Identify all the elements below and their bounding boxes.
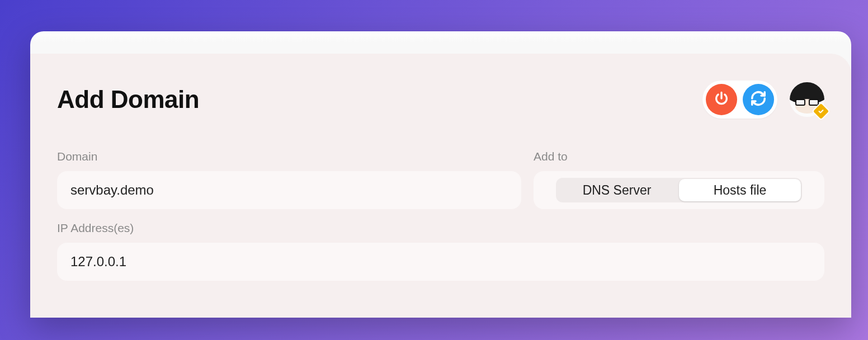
refresh-button[interactable] [743,84,774,115]
domain-input[interactable] [57,171,521,209]
power-icon [714,91,729,108]
add-to-field-group: Add to DNS Server Hosts file [534,150,824,209]
ip-input[interactable] [57,243,824,281]
action-pill [702,81,777,119]
avatar-container [790,82,824,117]
add-to-segmented: DNS Server Hosts file [534,171,824,209]
page-title: Add Domain [57,86,199,114]
segment-dns-server[interactable]: DNS Server [556,178,678,202]
header: Add Domain [57,81,824,119]
form: Domain Add to DNS Server Hosts file IP A… [57,150,824,281]
domain-label: Domain [57,150,521,163]
header-actions [702,81,824,119]
add-to-label: Add to [534,150,824,163]
power-button[interactable] [706,84,737,115]
sunglasses-icon [795,99,819,106]
segment-hosts-file[interactable]: Hosts file [679,179,801,201]
refresh-icon [750,90,767,109]
segmented-inner: DNS Server Hosts file [556,178,802,202]
ip-label: IP Address(es) [57,221,824,235]
content-pane: Add Domain [30,54,851,318]
ip-field-group: IP Address(es) [57,221,824,281]
app-window: Add Domain [30,31,851,318]
domain-field-group: Domain [57,150,521,209]
